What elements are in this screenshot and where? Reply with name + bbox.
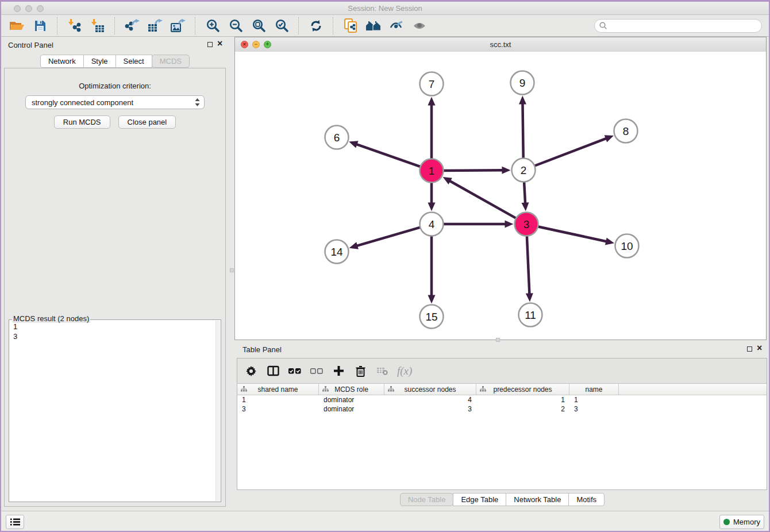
export-network-button[interactable]: [122, 17, 142, 35]
svg-text:10: 10: [621, 240, 633, 252]
close-table-panel-icon[interactable]: ×: [757, 344, 762, 353]
duplicate-network-button[interactable]: [341, 17, 360, 35]
graph-edge-2-8[interactable]: [533, 135, 614, 166]
import-network-icon: [68, 19, 82, 33]
home-button[interactable]: [364, 17, 383, 35]
function-builder-button[interactable]: f(x): [397, 365, 412, 377]
graph-edge-1-2[interactable]: [441, 167, 510, 174]
graph-node-3[interactable]: 3: [515, 213, 538, 236]
table-cell[interactable]: 1: [476, 396, 569, 404]
graph-node-2[interactable]: 2: [512, 159, 536, 182]
tab-mcds[interactable]: MCDS: [152, 55, 190, 68]
vertical-splitter-handle[interactable]: [230, 268, 234, 272]
export-image-button[interactable]: [168, 17, 188, 35]
zoom-in-button[interactable]: [203, 17, 222, 35]
show-log-button[interactable]: [6, 515, 24, 529]
graph-node-10[interactable]: 10: [615, 234, 639, 258]
graph-edge-1-6[interactable]: [349, 141, 422, 167]
memory-button[interactable]: Memory: [719, 515, 764, 529]
tab-edge-table[interactable]: Edge Table: [453, 493, 506, 506]
hide-details-button[interactable]: [387, 17, 406, 35]
svg-text:6: 6: [334, 132, 340, 144]
add-column-button[interactable]: [332, 365, 345, 376]
split-view-button[interactable]: [266, 365, 280, 376]
open-session-button[interactable]: [7, 17, 27, 35]
graph-node-11[interactable]: 11: [519, 303, 542, 327]
graph-edge-4-15[interactable]: [428, 234, 436, 304]
run-mcds-button[interactable]: Run MCDS: [54, 115, 110, 129]
unchecked-boxes-icon: [310, 368, 323, 374]
float-table-panel-icon[interactable]: [747, 346, 752, 352]
float-panel-icon[interactable]: [207, 42, 213, 47]
column-header-shared-name[interactable]: shared name: [237, 384, 319, 395]
close-panel-icon[interactable]: ×: [217, 39, 222, 48]
table-cell[interactable]: 3: [384, 405, 476, 413]
graph-edge-4-3[interactable]: [442, 221, 514, 228]
homes-icon: [365, 20, 382, 31]
zoom-fit-button[interactable]: [249, 17, 268, 35]
graph-node-4[interactable]: 4: [420, 213, 444, 236]
table-cell[interactable]: 2: [476, 405, 569, 413]
column-header-predecessor-nodes[interactable]: predecessor nodes: [476, 384, 569, 395]
trash-icon: [356, 365, 365, 377]
search-box[interactable]: [594, 19, 762, 33]
tab-network[interactable]: Network: [40, 55, 84, 68]
zoom-selected-button[interactable]: [272, 17, 291, 35]
table-settings-button[interactable]: [244, 365, 258, 377]
table-cell[interactable]: 1: [237, 396, 319, 404]
table-cell[interactable]: 3: [237, 405, 319, 413]
table-cell[interactable]: dominator: [319, 396, 384, 404]
save-session-button[interactable]: [30, 17, 50, 35]
combo-stepper-icon: [195, 98, 200, 106]
graph-node-8[interactable]: 8: [614, 119, 638, 143]
show-details-button[interactable]: [410, 17, 429, 35]
tab-select[interactable]: Select: [116, 55, 152, 68]
graph-node-15[interactable]: 15: [420, 305, 444, 329]
table-row[interactable]: 1dominator411: [237, 395, 767, 404]
graph-node-14[interactable]: 14: [325, 240, 349, 264]
import-table-button[interactable]: [88, 17, 107, 35]
refresh-button[interactable]: [306, 17, 326, 35]
table-cell[interactable]: dominator: [319, 405, 384, 413]
close-panel-button[interactable]: Close panel: [118, 115, 176, 129]
delete-column-button[interactable]: [353, 365, 367, 377]
select-all-button[interactable]: [288, 368, 302, 374]
graph-edge-4-14[interactable]: [349, 227, 422, 249]
network-window-titlebar[interactable]: × − + scc.txt: [235, 37, 766, 52]
network-canvas[interactable]: 7968124314101511: [235, 52, 766, 340]
tab-node-table[interactable]: Node Table: [400, 493, 454, 506]
tab-style[interactable]: Style: [83, 55, 116, 68]
column-header-name[interactable]: name: [569, 384, 619, 395]
export-table-button[interactable]: [145, 17, 165, 35]
result-scrollbar[interactable]: [215, 321, 220, 501]
deselect-all-button[interactable]: [310, 368, 324, 374]
table-row[interactable]: 3dominator323: [237, 404, 767, 414]
graph-edge-3-11[interactable]: [526, 234, 533, 302]
memory-status-dot: [723, 519, 730, 525]
search-input[interactable]: [610, 21, 757, 30]
graph-edge-1-4[interactable]: [428, 181, 436, 211]
graph-edge-3-10[interactable]: [536, 226, 614, 245]
graph-edge-1-7[interactable]: [428, 97, 436, 161]
graph-node-7[interactable]: 7: [420, 72, 444, 96]
delete-table-button[interactable]: [375, 367, 389, 375]
table-cell[interactable]: 3: [569, 405, 619, 413]
zoom-out-button[interactable]: [226, 17, 245, 35]
graph-node-6[interactable]: 6: [325, 126, 349, 149]
graph-node-9[interactable]: 9: [511, 71, 534, 95]
optimization-criterion-select[interactable]: strongly connected component: [25, 95, 205, 109]
network-graph[interactable]: 7968124314101511: [235, 52, 766, 340]
mcds-result-box[interactable]: 1 3: [9, 319, 221, 502]
tab-network-table[interactable]: Network Table: [506, 493, 569, 506]
graph-edge-2-9[interactable]: [519, 95, 526, 160]
table-cell[interactable]: 1: [569, 396, 619, 404]
tab-motifs[interactable]: Motifs: [568, 493, 605, 506]
import-network-button[interactable]: [65, 17, 84, 35]
graph-edge-3-1[interactable]: [443, 177, 518, 219]
table-cell[interactable]: 4: [384, 396, 476, 404]
column-header-MCDS-role[interactable]: MCDS role: [319, 384, 384, 395]
network-window-title: scc.txt: [235, 40, 766, 49]
graph-edge-2-3[interactable]: [522, 180, 529, 211]
column-header-successor-nodes[interactable]: successor nodes: [384, 384, 476, 395]
graph-node-1[interactable]: 1: [420, 159, 444, 183]
